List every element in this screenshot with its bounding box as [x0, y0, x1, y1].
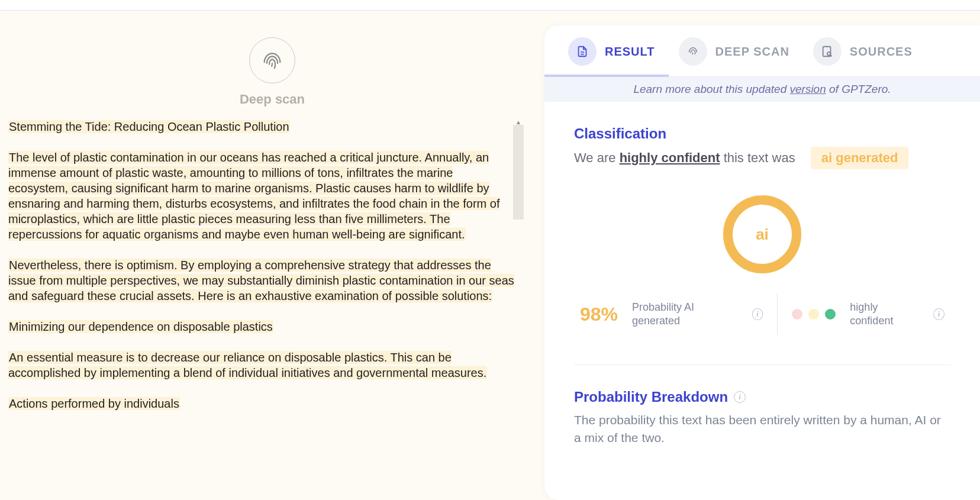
probability-percent: 98%: [580, 304, 618, 325]
cls-confidence: highly confident: [620, 150, 720, 165]
probability-label: Probability AI generated: [632, 301, 738, 328]
classification-heading: Classification: [574, 125, 950, 142]
page-body: Deep scan ▲ Stemming the Tide: Reducing …: [0, 11, 980, 500]
scroll-up-arrow[interactable]: ▲: [513, 119, 524, 125]
info-icon-3[interactable]: i: [734, 391, 746, 403]
text-h2: Minimizing our dependence on disposable …: [8, 320, 273, 333]
banner-pre: Learn more about this updated: [633, 83, 789, 95]
tab-deep-scan[interactable]: DEEP SCAN: [679, 37, 789, 76]
confidence-dots: [792, 309, 836, 320]
cls-post: this text was: [720, 150, 795, 165]
fingerprint-icon: [249, 37, 295, 83]
banner-post: of GPTZero.: [826, 83, 891, 95]
document-text[interactable]: Stemming the Tide: Reducing Ocean Plasti…: [8, 119, 539, 411]
tab-deep-label: DEEP SCAN: [715, 45, 789, 59]
stats-row: 98% Probability AI generated i highly co…: [574, 293, 950, 335]
dot-low: [792, 309, 802, 320]
tab-sources[interactable]: SOURCES: [813, 37, 913, 76]
text-p1: The level of plastic contamination in ou…: [8, 151, 499, 241]
text-title: Stemming the Tide: Reducing Ocean Plasti…: [8, 120, 290, 133]
left-panel: Deep scan ▲ Stemming the Tide: Reducing …: [0, 11, 544, 500]
text-p2: Nevertheless, there is optimism. By empl…: [8, 259, 514, 302]
file-icon: [568, 37, 597, 66]
section-divider: [574, 364, 950, 365]
info-icon-2[interactable]: i: [933, 308, 944, 320]
results-body: Classification We are highly confident t…: [544, 102, 980, 500]
donut-row: ai: [574, 193, 950, 276]
confidence-label: highly confident: [850, 301, 919, 328]
tab-result[interactable]: RESULT: [568, 37, 655, 76]
divider: [777, 293, 778, 335]
scan-header: Deep scan: [6, 37, 539, 107]
active-tab-underline: [544, 75, 669, 77]
dot-mid: [808, 309, 819, 320]
cls-pre: We are: [574, 150, 620, 165]
tab-result-label: RESULT: [605, 45, 655, 59]
breakdown-heading: Probability Breakdown i: [574, 389, 950, 405]
text-p3: An essential measure is to decrease our …: [8, 351, 487, 379]
tab-sources-label: SOURCES: [850, 45, 913, 59]
svg-point-1: [827, 52, 831, 56]
breakdown-text: The probability this text has been entir…: [574, 411, 950, 447]
scrollbar-thumb[interactable]: [513, 125, 524, 220]
results-card: RESULT DEEP SCAN SOURCES Learn more abou…: [544, 25, 980, 500]
text-h3: Actions performed by individuals: [8, 397, 180, 410]
probability-donut: ai: [721, 193, 804, 276]
fingerprint-small-icon: [679, 37, 707, 66]
scan-label: Deep scan: [240, 92, 305, 107]
text-input-area[interactable]: ▲ Stemming the Tide: Reducing Ocean Plas…: [6, 119, 539, 450]
info-banner: Learn more about this updated version of…: [544, 77, 980, 102]
search-doc-icon: [813, 37, 842, 66]
breakdown-heading-text: Probability Breakdown: [574, 389, 728, 405]
ai-generated-badge: ai generated: [811, 147, 909, 169]
dot-high: [825, 309, 836, 320]
input-card: Deep scan ▲ Stemming the Tide: Reducing …: [0, 25, 544, 500]
classification-line: We are highly confident this text was ai…: [574, 147, 950, 169]
tabs-bar: RESULT DEEP SCAN SOURCES: [544, 25, 980, 77]
right-panel: RESULT DEEP SCAN SOURCES Learn more abou…: [544, 11, 980, 500]
donut-label: ai: [721, 193, 804, 276]
info-icon[interactable]: i: [752, 308, 763, 320]
browser-chrome-strip: [0, 0, 980, 11]
banner-version-link[interactable]: version: [790, 83, 826, 95]
